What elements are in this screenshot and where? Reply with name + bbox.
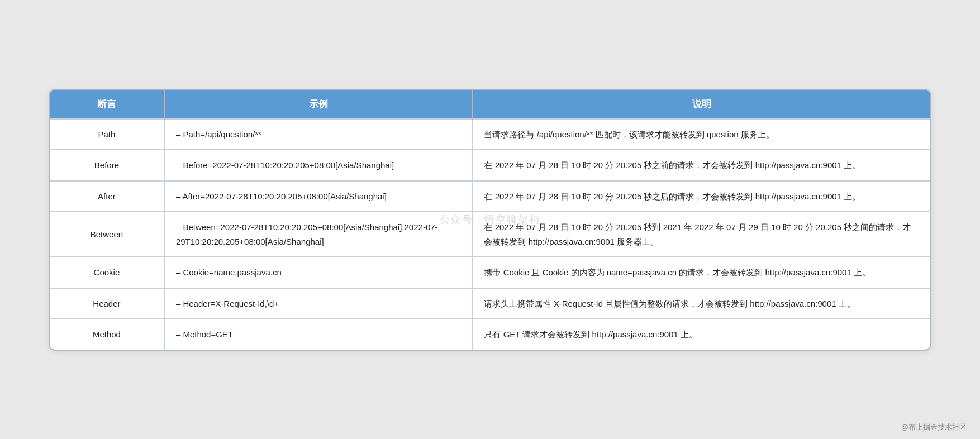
table-header-row: 断言 示例 说明 xyxy=(50,90,930,119)
cell-description: 在 2022 年 07 月 28 日 10 时 20 分 20.205 秒之后的… xyxy=(472,181,930,212)
cell-assertion: Header xyxy=(50,288,164,319)
cell-example: – Before=2022-07-28T10:20:20.205+08:00[A… xyxy=(164,150,473,181)
cell-example: – Method=GET xyxy=(164,319,473,350)
cell-example: – Header=X-Request-Id,\d+ xyxy=(164,288,473,319)
col-header-example: 示例 xyxy=(164,90,473,119)
cell-assertion: Method xyxy=(50,319,164,350)
main-table: 断言 示例 说明 Path– Path=/api/question/**当请求路… xyxy=(50,90,930,350)
table-row: Cookie– Cookie=name,passjava.cn携带 Cookie… xyxy=(50,257,930,288)
table-row: Header– Header=X-Request-Id,\d+请求头上携带属性 … xyxy=(50,288,930,319)
table-row: Before– Before=2022-07-28T10:20:20.205+0… xyxy=(50,150,930,181)
cell-description: 请求头上携带属性 X-Request-Id 且属性值为整数的请求，才会被转发到 … xyxy=(472,288,930,319)
cell-assertion: After xyxy=(50,181,164,212)
cell-description: 在 2022 年 07 月 28 日 10 时 20 分 20.205 秒之前的… xyxy=(472,150,930,181)
cell-description: 携带 Cookie 且 Cookie 的内容为 name=passjava.cn… xyxy=(472,257,930,288)
cell-example: – Path=/api/question/** xyxy=(164,119,473,150)
attribution: @布上掘金技术社区 xyxy=(901,422,967,432)
col-header-assertion: 断言 xyxy=(50,90,164,119)
table-container: 断言 示例 说明 Path– Path=/api/question/**当请求路… xyxy=(49,89,931,351)
col-header-description: 说明 xyxy=(472,90,930,119)
cell-description: 当请求路径与 /api/question/** 匹配时，该请求才能被转发到 qu… xyxy=(472,119,930,150)
table-row: Between– Between=2022-07-28T10:20:20.205… xyxy=(50,212,930,257)
cell-assertion: Path xyxy=(50,119,164,150)
cell-assertion: Cookie xyxy=(50,257,164,288)
cell-example: – Cookie=name,passjava.cn xyxy=(164,257,473,288)
cell-description: 只有 GET 请求才会被转发到 http://passjava.cn:9001 … xyxy=(472,319,930,350)
page-wrapper: 断言 示例 说明 Path– Path=/api/question/**当请求路… xyxy=(0,0,980,439)
table-row: After– After=2022-07-28T10:20:20.205+08:… xyxy=(50,181,930,212)
cell-description: 在 2022 年 07 月 28 日 10 时 20 分 20.205 秒到 2… xyxy=(472,212,930,257)
cell-example: – Between=2022-07-28T10:20:20.205+08:00[… xyxy=(164,212,473,257)
cell-assertion: Between xyxy=(50,212,164,257)
cell-example: – After=2022-07-28T10:20:20.205+08:00[As… xyxy=(164,181,473,212)
cell-assertion: Before xyxy=(50,150,164,181)
table-row: Path– Path=/api/question/**当请求路径与 /api/q… xyxy=(50,119,930,150)
table-row: Method– Method=GET只有 GET 请求才会被转发到 http:/… xyxy=(50,319,930,350)
